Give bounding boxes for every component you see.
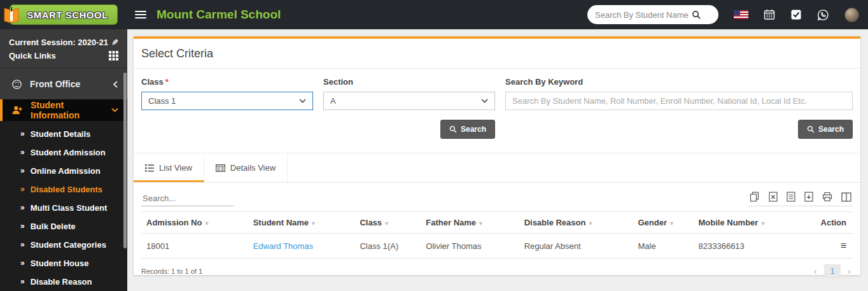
section-select-value: A (330, 96, 481, 106)
pagination-page-1[interactable]: 1 (824, 264, 841, 278)
header-actions (587, 5, 868, 24)
sidebar-item-front-office[interactable]: Front Office (0, 73, 127, 96)
main-content: Select Criteria Class* Class 1 Section (127, 29, 868, 291)
cell-mobile-number: 8233366613 (694, 234, 815, 259)
smart-school-logo: SMART SCHOOL (10, 4, 118, 25)
task-check-icon[interactable] (790, 9, 802, 20)
sidebar-item-disable-reason[interactable]: » Disable Reason (0, 273, 127, 291)
sidebar-item-student-categories[interactable]: » Student Categories (0, 236, 127, 254)
keyword-search-button[interactable]: Search (798, 120, 853, 139)
column-header-class[interactable]: Class▾ (354, 212, 421, 234)
table-toolbar (141, 183, 853, 206)
sort-icon: ▾ (670, 220, 673, 227)
sidebar-item-student-house[interactable]: » Student House (0, 254, 127, 273)
table-search-input[interactable] (141, 191, 234, 206)
class-search-button[interactable]: Search (440, 120, 495, 139)
cell-disable-reason: Regular Absent (519, 234, 633, 259)
card-title: Select Criteria (141, 39, 853, 68)
chevron-down-icon (299, 99, 306, 103)
pagination-next-icon[interactable]: › (846, 266, 853, 276)
language-flag-icon[interactable] (734, 10, 748, 19)
user-avatar[interactable] (844, 8, 859, 22)
quick-links-label: Quick Links (9, 51, 56, 60)
edit-session-icon[interactable]: ✎ (111, 38, 118, 47)
sidebar-item-bulk-delete[interactable]: » Bulk Delete (0, 217, 127, 236)
menu-toggle-icon[interactable] (135, 9, 146, 20)
copy-icon[interactable] (750, 192, 760, 202)
current-session-label: Current Session: 2020-21 (9, 38, 108, 47)
required-mark: * (165, 77, 169, 87)
submenu-arrow-icon: » (20, 129, 25, 139)
class-select-value: Class 1 (148, 96, 299, 106)
column-header-mobile-number[interactable]: Mobile Number▾ (694, 212, 815, 234)
tab-list-view[interactable]: List View (134, 153, 204, 182)
csv-export-icon[interactable] (787, 192, 795, 202)
buttons-row: Search Search (141, 120, 853, 139)
table-row: 18001 Edward Thomas Class 1(A) Olivier T… (141, 234, 853, 259)
search-button-label: Search (461, 125, 486, 134)
students-table: Admission No▾ Student Name▾ Class▾ Fathe… (141, 211, 853, 259)
section-label: Section (323, 77, 495, 87)
column-header-admission-no[interactable]: Admission No▾ (141, 212, 248, 234)
submenu-label: Disabled Students (31, 185, 102, 194)
calendar-icon[interactable] (764, 9, 775, 20)
section-select[interactable]: A (323, 92, 495, 110)
sidebar-item-multi-class-student[interactable]: » Multi Class Student (0, 199, 127, 217)
student-name-link[interactable]: Edward Thomas (253, 241, 313, 251)
print-icon[interactable] (822, 192, 832, 202)
column-visibility-icon[interactable] (841, 192, 851, 202)
sort-icon: ▾ (205, 220, 208, 227)
keyword-input[interactable] (505, 92, 853, 110)
class-label: Class* (141, 77, 313, 87)
excel-export-icon[interactable] (769, 192, 778, 202)
table-header-row: Admission No▾ Student Name▾ Class▾ Fathe… (141, 212, 853, 234)
session-block: Current Session: 2020-21 ✎ Quick Links (0, 29, 127, 68)
chevron-left-icon (113, 81, 118, 88)
column-header-disable-reason[interactable]: Disable Reason▾ (519, 212, 633, 234)
sidebar-item-disabled-students[interactable]: » Disabled Students (0, 180, 127, 199)
submenu-arrow-icon: » (20, 222, 25, 231)
search-icon[interactable] (692, 10, 701, 20)
sidebar-item-student-admission[interactable]: » Student Admission (0, 143, 127, 162)
student-information-submenu: » Student Details » Student Admission » … (0, 121, 127, 291)
sidebar-item-student-information[interactable]: Student Information (0, 99, 127, 122)
sidebar-scrollbar[interactable] (123, 73, 127, 248)
tab-details-view[interactable]: Details View (204, 153, 288, 182)
sort-icon: ▾ (385, 220, 388, 227)
details-view-icon (216, 164, 225, 172)
pdf-export-icon[interactable] (804, 192, 813, 202)
pagination-prev-icon[interactable]: ‹ (812, 266, 819, 276)
page-title: Mount Carmel School (157, 8, 281, 22)
cell-class: Class 1(A) (354, 234, 421, 259)
submenu-label: Disable Reason (31, 277, 92, 287)
submenu-label: Student Categories (31, 240, 106, 250)
tab-label: Details View (230, 163, 276, 173)
submenu-label: Online Admission (31, 166, 101, 176)
column-header-gender[interactable]: Gender▾ (633, 212, 694, 234)
sort-icon: ▾ (761, 220, 764, 227)
row-action-menu-icon[interactable]: ≡ (841, 240, 846, 251)
quick-links-grid-icon[interactable] (109, 51, 118, 60)
submenu-arrow-icon: » (20, 166, 25, 176)
search-button-label: Search (818, 125, 844, 134)
submenu-arrow-icon: » (20, 148, 25, 157)
submenu-label: Bulk Delete (31, 222, 76, 231)
cell-father-name: Olivier Thomas (421, 234, 519, 259)
sidebar-item-student-details[interactable]: » Student Details (0, 125, 127, 143)
column-header-student-name[interactable]: Student Name▾ (248, 212, 355, 234)
select-criteria-card: Select Criteria Class* Class 1 Section (134, 36, 860, 275)
column-header-father-name[interactable]: Father Name▾ (421, 212, 519, 234)
class-select[interactable]: Class 1 (141, 92, 313, 110)
sort-icon: ▾ (312, 220, 315, 227)
sidebar-item-label: Front Office (30, 79, 80, 89)
submenu-arrow-icon: » (20, 277, 25, 287)
sidebar-item-online-admission[interactable]: » Online Admission (0, 162, 127, 180)
user-plus-icon (11, 105, 23, 115)
front-office-icon (11, 79, 22, 90)
whatsapp-chat-icon[interactable] (817, 9, 829, 21)
logo-area[interactable]: SMART SCHOOL (0, 4, 127, 25)
cell-gender: Male (633, 234, 694, 259)
sort-icon: ▾ (589, 220, 592, 227)
header-search-input[interactable] (595, 10, 692, 20)
header-search[interactable] (587, 5, 718, 24)
